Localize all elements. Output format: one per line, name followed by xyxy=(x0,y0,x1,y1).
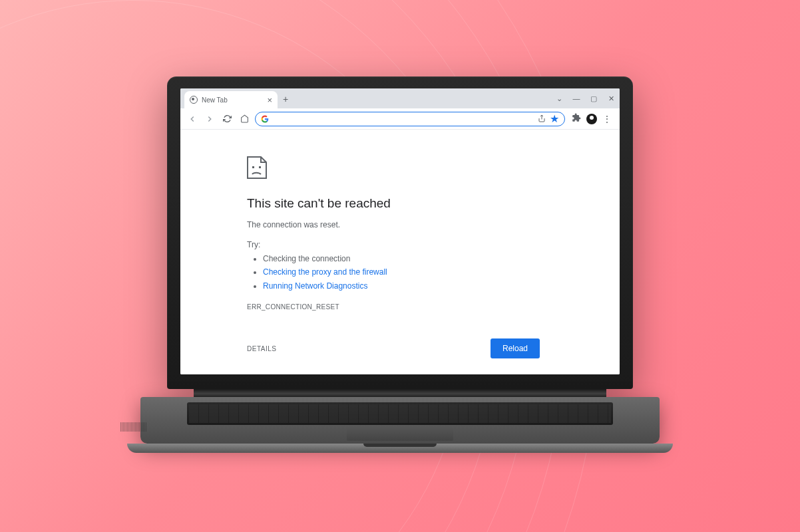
tab-strip: New Tab × + ⌄ ― ▢ ✕ xyxy=(180,88,620,108)
laptop-frame: New Tab × + ⌄ ― ▢ ✕ xyxy=(167,76,633,457)
suggestion-list: Checking the connection Checking the pro… xyxy=(247,252,620,293)
browser-tab[interactable]: New Tab × xyxy=(184,91,278,108)
suggestion-link-proxy[interactable]: Checking the proxy and the firewall xyxy=(263,267,387,277)
window-minimize-icon[interactable]: ― xyxy=(572,94,581,103)
back-button[interactable] xyxy=(186,112,199,126)
tab-close-icon[interactable]: × xyxy=(267,95,272,105)
try-label: Try: xyxy=(247,240,620,249)
extensions-icon[interactable] xyxy=(572,113,581,124)
browser-toolbar: ★ ⋮ xyxy=(180,108,620,130)
bookmark-star-icon[interactable]: ★ xyxy=(550,112,559,125)
error-page: This site can't be reached The connectio… xyxy=(180,130,620,374)
window-maximize-icon[interactable]: ▢ xyxy=(589,94,598,103)
tab-title: New Tab xyxy=(202,96,228,104)
error-subtitle: The connection was reset. xyxy=(247,220,620,229)
tab-favicon-icon xyxy=(190,96,198,104)
new-tab-button[interactable]: + xyxy=(283,94,288,104)
suggestion-item: Checking the connection xyxy=(263,252,620,265)
url-input[interactable] xyxy=(273,115,534,123)
laptop-base xyxy=(167,397,633,457)
svg-rect-1 xyxy=(259,166,261,168)
sad-file-icon xyxy=(247,156,620,182)
address-bar[interactable]: ★ xyxy=(255,112,565,126)
svg-rect-0 xyxy=(252,166,254,168)
trackpad xyxy=(347,428,453,441)
suggestion-link-diagnostics[interactable]: Running Network Diagnostics xyxy=(263,281,367,291)
share-icon[interactable] xyxy=(538,113,546,125)
browser-window: New Tab × + ⌄ ― ▢ ✕ xyxy=(180,88,620,374)
vent xyxy=(120,422,147,432)
menu-button[interactable]: ⋮ xyxy=(602,114,612,124)
details-button[interactable]: DETAILS xyxy=(247,345,276,352)
reload-button[interactable]: Reload xyxy=(491,338,540,358)
caret-down-icon[interactable]: ⌄ xyxy=(554,94,564,103)
profile-avatar[interactable] xyxy=(586,114,597,124)
window-close-icon[interactable]: ✕ xyxy=(606,94,616,103)
forward-button[interactable] xyxy=(203,112,216,126)
error-title: This site can't be reached xyxy=(247,196,620,211)
google-icon xyxy=(261,115,269,123)
reload-icon-button[interactable] xyxy=(220,112,234,126)
error-code: ERR_CONNECTION_RESET xyxy=(247,303,620,311)
screen-bezel: New Tab × + ⌄ ― ▢ ✕ xyxy=(167,76,633,389)
home-button[interactable] xyxy=(238,112,251,126)
keyboard xyxy=(187,402,613,425)
